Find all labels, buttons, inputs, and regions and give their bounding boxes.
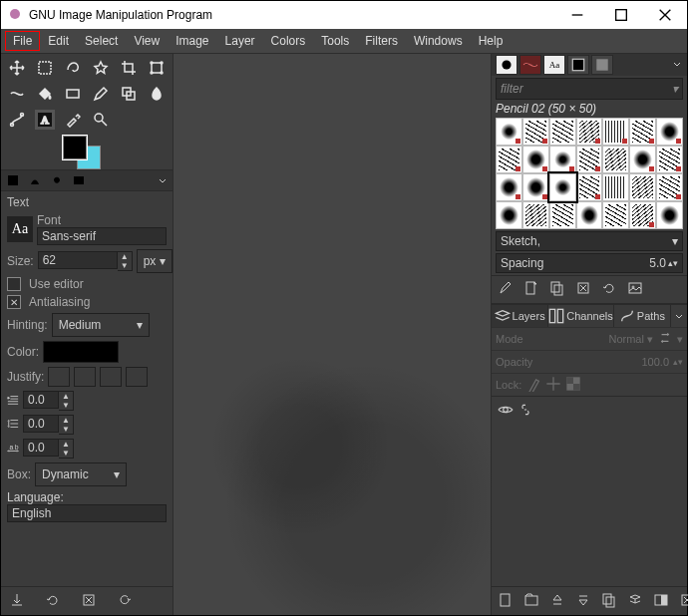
justify-center[interactable] (100, 367, 122, 387)
tool-transform[interactable] (147, 58, 167, 78)
merge-layer-icon[interactable] (627, 592, 643, 611)
lock-position-icon[interactable] (545, 376, 561, 394)
delete-layer-icon[interactable] (679, 592, 688, 611)
use-editor-checkbox[interactable] (7, 277, 21, 291)
tab-tool-options[interactable] (5, 172, 21, 188)
mode-swap-icon[interactable] (657, 330, 673, 348)
antialias-checkbox[interactable]: ✕ (7, 295, 21, 309)
layer-list[interactable] (492, 396, 687, 421)
lock-alpha-icon[interactable] (565, 376, 581, 394)
font-preview-icon[interactable]: Aa (7, 216, 33, 242)
new-brush-icon[interactable] (523, 280, 539, 299)
tool-bucket[interactable] (35, 84, 55, 104)
eye-icon[interactable] (498, 402, 512, 416)
menu-filters[interactable]: Filters (357, 31, 406, 51)
tab-patterns[interactable] (519, 55, 541, 75)
close-button[interactable] (643, 1, 687, 29)
tool-pencil[interactable] (91, 84, 111, 104)
opacity-value[interactable]: 100.0 (641, 356, 669, 368)
delete-preset-icon[interactable] (81, 592, 97, 611)
fg-color-swatch[interactable] (63, 136, 87, 159)
size-up[interactable]: ▲ (118, 252, 132, 261)
brush-selected[interactable] (549, 173, 576, 201)
tab-device[interactable] (27, 172, 43, 188)
tab-gradients[interactable] (591, 55, 613, 75)
justify-right[interactable] (74, 367, 96, 387)
tool-fuzzy-select[interactable] (91, 58, 111, 78)
text-color-chip[interactable] (43, 341, 119, 363)
tool-clone[interactable] (119, 84, 139, 104)
minimize-button[interactable] (555, 1, 599, 29)
maximize-button[interactable] (599, 1, 643, 29)
new-layer-icon[interactable] (498, 592, 514, 611)
line-spacing-field[interactable]: 0.0 (23, 415, 59, 433)
hinting-select[interactable]: Medium▾ (52, 313, 150, 337)
brush-preset-select[interactable]: Sketch,▾ (496, 231, 683, 251)
tool-gradient[interactable] (63, 84, 83, 104)
size-unit-select[interactable]: px▾ (137, 249, 172, 273)
menu-image[interactable]: Image (168, 31, 216, 51)
tab-images[interactable] (71, 172, 87, 188)
raise-layer-icon[interactable] (549, 592, 565, 611)
tab-menu-arrow[interactable] (671, 58, 683, 73)
tab-channels[interactable]: Channels (548, 305, 613, 327)
tool-warp[interactable] (7, 84, 27, 104)
tab-brushes[interactable] (496, 55, 517, 75)
reset-preset-icon[interactable] (117, 592, 133, 611)
justify-left[interactable] (48, 367, 70, 387)
dock-menu-arrow[interactable] (157, 174, 169, 186)
tab-paths[interactable]: Paths (614, 305, 671, 327)
tool-color-picker[interactable] (63, 110, 83, 130)
edit-brush-icon[interactable] (498, 280, 514, 299)
canvas-area[interactable] (173, 54, 491, 615)
menu-select[interactable]: Select (77, 31, 126, 51)
layers-dock-menu[interactable] (671, 305, 687, 327)
delete-brush-icon[interactable] (575, 280, 591, 299)
menu-tools[interactable]: Tools (313, 31, 357, 51)
lower-layer-icon[interactable] (575, 592, 591, 611)
menu-colors[interactable]: Colors (263, 31, 314, 51)
menu-file[interactable]: File (5, 31, 40, 51)
tool-move[interactable] (7, 58, 27, 78)
letter-spacing-field[interactable]: 0.0 (23, 439, 59, 457)
open-as-image-icon[interactable] (627, 280, 643, 299)
tab-history[interactable] (567, 55, 589, 75)
lock-pixels-icon[interactable] (525, 376, 541, 394)
tool-paths[interactable] (7, 110, 27, 130)
tool-free-select[interactable] (63, 58, 83, 78)
duplicate-layer-icon[interactable] (601, 592, 617, 611)
justify-fill[interactable] (126, 367, 148, 387)
tool-smudge[interactable] (147, 84, 167, 104)
menu-help[interactable]: Help (471, 31, 512, 51)
refresh-brushes-icon[interactable] (601, 280, 617, 299)
mode-select[interactable]: Normal ▾ (608, 333, 653, 346)
color-swatches[interactable] (63, 136, 103, 169)
link-icon[interactable] (517, 402, 531, 416)
font-field[interactable]: Sans-serif (37, 227, 167, 245)
size-field[interactable]: 62 (38, 251, 118, 269)
brush-spacing-slider[interactable]: Spacing5.0▴▾ (496, 253, 683, 273)
tab-fonts[interactable]: Aa (543, 55, 565, 75)
tool-crop[interactable] (119, 58, 139, 78)
size-label: Size: (7, 254, 34, 268)
box-select[interactable]: Dynamic▾ (35, 462, 127, 486)
restore-preset-icon[interactable] (45, 592, 61, 611)
size-down[interactable]: ▼ (118, 261, 132, 270)
tool-rect-select[interactable] (35, 58, 55, 78)
duplicate-brush-icon[interactable] (549, 280, 565, 299)
menu-layer[interactable]: Layer (217, 31, 263, 51)
save-preset-icon[interactable] (9, 592, 25, 611)
tab-layers[interactable]: Layers (492, 305, 548, 327)
indent-field[interactable]: 0.0 (23, 391, 59, 409)
tool-text[interactable]: A (35, 110, 55, 130)
menu-edit[interactable]: Edit (40, 31, 77, 51)
menu-view[interactable]: View (126, 31, 168, 51)
brush-filter-input[interactable]: filter▾ (496, 78, 683, 100)
tab-undo-history[interactable] (49, 172, 65, 188)
mask-layer-icon[interactable] (653, 592, 669, 611)
tool-zoom[interactable] (91, 110, 111, 130)
menu-windows[interactable]: Windows (406, 31, 471, 51)
language-field[interactable]: English (7, 504, 167, 522)
new-group-icon[interactable] (523, 592, 539, 611)
brush-grid[interactable] (496, 118, 683, 229)
